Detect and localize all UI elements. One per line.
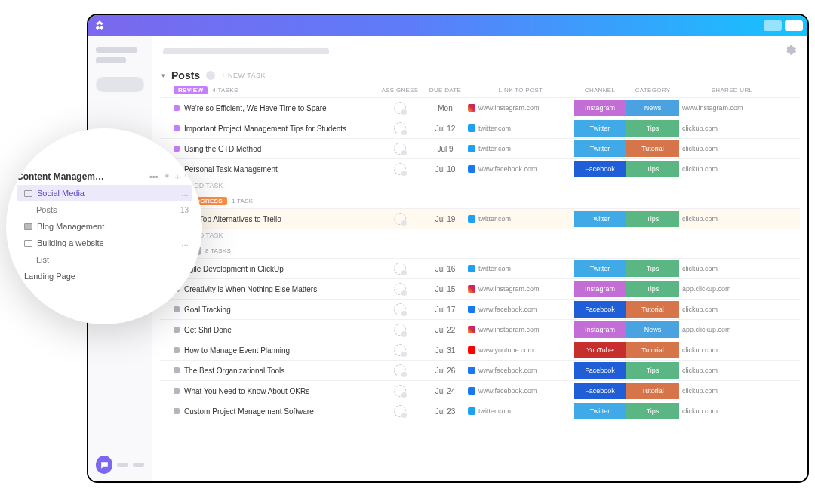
shared-url[interactable]: clickup.com <box>679 367 785 374</box>
task-row[interactable]: Goal TrackingJul 17www.facebook.comFaceb… <box>160 299 800 319</box>
link-to-post[interactable]: twitter.com <box>468 145 574 152</box>
due-date[interactable]: Jul 24 <box>423 387 468 395</box>
channel-badge[interactable]: Twitter <box>574 260 626 277</box>
category-badge[interactable]: Tutorial <box>626 301 679 318</box>
more-icon[interactable]: … <box>181 239 189 247</box>
shared-url[interactable]: clickup.com <box>679 387 785 395</box>
task-row[interactable]: Personal Task ManagementJul 10www.facebo… <box>160 158 800 179</box>
new-task-button[interactable]: + NEW TASK <box>221 72 266 79</box>
task-row[interactable]: What You Need to Know About OKRsJul 24ww… <box>160 380 800 401</box>
sidebar-item[interactable]: Posts13 <box>17 201 192 218</box>
link-to-post[interactable]: www.facebook.com <box>468 367 574 374</box>
due-date[interactable]: Jul 17 <box>423 306 468 314</box>
task-row[interactable]: Creativity is When Nothing Else MattersJ… <box>160 278 800 299</box>
due-date[interactable]: Jul 26 <box>423 367 468 375</box>
due-date[interactable]: Jul 23 <box>423 407 468 416</box>
shared-url[interactable]: clickup.com <box>679 145 785 152</box>
shared-url[interactable]: clickup.com <box>679 306 785 313</box>
chat-button[interactable] <box>96 456 112 474</box>
settings-icon[interactable] <box>163 172 171 181</box>
shared-url[interactable]: app.clickup.com <box>679 326 785 333</box>
category-badge[interactable]: Tips <box>626 281 679 297</box>
link-to-post[interactable]: www.instagram.com <box>468 326 574 333</box>
shared-url[interactable]: clickup.com <box>679 124 785 132</box>
shared-url[interactable]: clickup.com <box>679 265 785 272</box>
shared-url[interactable]: clickup.com <box>679 165 785 173</box>
channel-badge[interactable]: Instagram <box>574 321 626 338</box>
link-to-post[interactable]: twitter.com <box>468 124 574 132</box>
channel-badge[interactable]: Twitter <box>574 211 626 227</box>
assignee-avatar[interactable] <box>394 102 406 114</box>
assignee-avatar[interactable] <box>394 163 406 175</box>
sidebar-item[interactable]: Blog Management <box>17 218 192 235</box>
search-pill[interactable] <box>96 77 144 92</box>
more-icon[interactable]: … <box>181 189 189 198</box>
channel-badge[interactable]: Facebook <box>574 362 626 379</box>
add-icon[interactable]: + <box>175 172 180 181</box>
sidebar-item[interactable]: Landing Page <box>17 268 192 284</box>
channel-badge[interactable]: Facebook <box>574 161 626 177</box>
category-badge[interactable]: Tips <box>626 211 679 227</box>
shared-url[interactable]: clickup.com <box>679 215 785 223</box>
assignee-avatar[interactable] <box>394 344 406 356</box>
category-badge[interactable]: Tips <box>626 161 679 177</box>
assignee-avatar[interactable] <box>394 324 406 336</box>
task-row[interactable]: Using the GTD MethodJul 9twitter.comTwit… <box>160 138 800 158</box>
task-row[interactable]: The Top Alternatives to TrelloJul 19twit… <box>160 208 800 229</box>
collapse-icon[interactable]: ▾ <box>161 72 165 79</box>
category-badge[interactable]: Tutorial <box>626 342 679 358</box>
task-row[interactable]: How to Manage Event PlanningJul 31www.yo… <box>160 340 800 360</box>
category-badge[interactable]: Tips <box>626 403 679 419</box>
assignee-avatar[interactable] <box>394 213 406 225</box>
link-to-post[interactable]: twitter.com <box>468 215 574 223</box>
task-row[interactable]: Get Shit DoneJul 22www.instagram.comInst… <box>160 319 800 340</box>
channel-badge[interactable]: Twitter <box>574 403 626 419</box>
channel-badge[interactable]: Instagram <box>574 100 626 116</box>
link-to-post[interactable]: www.instagram.com <box>468 104 574 112</box>
task-row[interactable]: Agile Development in ClickUpJul 16twitte… <box>160 258 800 278</box>
settings-icon[interactable] <box>785 44 797 59</box>
more-icon[interactable]: ••• <box>149 172 158 181</box>
sidebar-item[interactable]: Social Media… <box>17 185 192 201</box>
due-date[interactable]: Mon <box>423 104 468 112</box>
window-minimize-button[interactable] <box>764 20 782 31</box>
category-badge[interactable]: Tutorial <box>626 383 679 399</box>
info-icon[interactable] <box>206 71 215 80</box>
assignee-avatar[interactable] <box>394 122 406 134</box>
link-to-post[interactable]: www.youtube.com <box>468 346 574 354</box>
due-date[interactable]: Jul 15 <box>423 285 468 293</box>
channel-badge[interactable]: Twitter <box>574 120 626 137</box>
due-date[interactable]: Jul 19 <box>423 215 468 223</box>
task-row[interactable]: The Best Organizational ToolsJul 26www.f… <box>160 360 800 380</box>
sidebar-item[interactable]: List <box>17 251 192 268</box>
shared-url[interactable]: clickup.com <box>679 407 785 415</box>
assignee-avatar[interactable] <box>394 405 406 417</box>
shared-url[interactable]: app.clickup.com <box>679 285 785 293</box>
link-to-post[interactable]: twitter.com <box>468 265 574 272</box>
due-date[interactable]: Jul 16 <box>423 265 468 273</box>
task-row[interactable]: We're so Efficient, We Have Time to Spar… <box>160 97 800 118</box>
link-to-post[interactable]: www.instagram.com <box>468 285 574 293</box>
space-header[interactable]: Content Managem… ••• + <box>17 168 192 185</box>
assignee-avatar[interactable] <box>394 303 406 315</box>
category-badge[interactable]: Tips <box>626 120 679 137</box>
assignee-avatar[interactable] <box>394 263 406 275</box>
due-date[interactable]: Jul 12 <box>423 124 468 133</box>
link-to-post[interactable]: www.facebook.com <box>468 165 574 173</box>
category-badge[interactable]: News <box>626 100 679 116</box>
assignee-avatar[interactable] <box>394 283 406 295</box>
category-badge[interactable]: Tips <box>626 260 679 277</box>
window-maximize-button[interactable] <box>785 20 803 31</box>
assignee-avatar[interactable] <box>394 385 406 397</box>
channel-badge[interactable]: Instagram <box>574 281 626 297</box>
status-chip[interactable]: REVIEW <box>174 86 208 94</box>
assignee-avatar[interactable] <box>394 143 406 155</box>
add-task-button[interactable]: + ADD TASK <box>160 229 800 245</box>
shared-url[interactable]: www.instagram.com <box>679 104 785 112</box>
category-badge[interactable]: Tips <box>626 362 679 379</box>
channel-badge[interactable]: YouTube <box>574 342 626 358</box>
link-to-post[interactable]: www.facebook.com <box>468 306 574 313</box>
category-badge[interactable]: News <box>626 321 679 338</box>
link-to-post[interactable]: twitter.com <box>468 407 574 415</box>
task-row[interactable]: Custom Project Management SoftwareJul 23… <box>160 401 800 421</box>
